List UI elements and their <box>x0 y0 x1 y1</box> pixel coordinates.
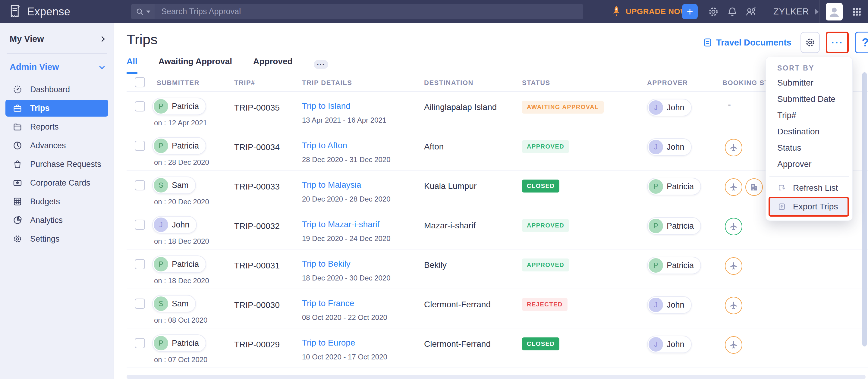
submitter-chip[interactable]: PPatricia <box>152 335 206 352</box>
approver-name: Patricia <box>667 261 694 270</box>
col-header-approver[interactable]: APPROVER <box>647 79 722 87</box>
avatar: P <box>154 257 168 272</box>
search-scope-button[interactable] <box>131 4 155 19</box>
org-switcher[interactable]: ZYLKER <box>773 0 818 23</box>
quick-add-button[interactable]: + <box>682 4 698 19</box>
menu-item-export-trips[interactable]: Export Trips <box>770 198 847 215</box>
menu-item-sort-submitter[interactable]: Submitter <box>766 75 852 91</box>
gear-icon <box>805 37 815 48</box>
tab-awaiting-approval[interactable]: Awaiting Approval <box>158 57 232 74</box>
destination: Bekily <box>424 249 522 289</box>
hotel-booking-icon[interactable] <box>745 178 763 196</box>
topbar-divider <box>113 0 113 23</box>
top-bar: Expense UPGRADE NOW + <box>0 0 868 23</box>
sidebar-item-dashboard[interactable]: Dashboard <box>5 81 108 98</box>
flight-booking-icon[interactable] <box>725 257 742 275</box>
upgrade-now-button[interactable]: UPGRADE NOW <box>611 0 688 23</box>
table-row: JJohn on : 18 Dec 2020 TRIP-00032 Trip t… <box>127 210 868 249</box>
flight-booking-icon[interactable] <box>725 178 742 196</box>
booking-status-empty: - <box>725 99 731 131</box>
sidebar-item-corporate-cards[interactable]: Corporate Cards <box>5 175 108 191</box>
flight-booking-icon[interactable] <box>725 336 742 354</box>
row-checkbox[interactable] <box>135 338 145 348</box>
submitter-chip[interactable]: SSam <box>152 177 196 194</box>
trip-link[interactable]: Trip to Mazar-i-sharif <box>302 220 379 229</box>
sidebar-item-reports[interactable]: Reports <box>5 118 108 135</box>
col-header-trip-details[interactable]: TRIP DETAILS <box>302 79 424 87</box>
approver-name: Patricia <box>667 221 694 231</box>
approver-chip[interactable]: PPatricia <box>647 217 701 235</box>
chevron-right-icon <box>99 36 104 41</box>
submitter-chip[interactable]: SSam <box>152 295 196 312</box>
more-options-button[interactable]: ··· <box>826 32 849 53</box>
sidebar-item-budgets[interactable]: Budgets <box>5 193 108 210</box>
sidebar-item-analytics[interactable]: Analytics <box>5 212 108 229</box>
horizontal-scrollbar[interactable] <box>127 375 866 379</box>
col-header-destination[interactable]: DESTINATION <box>424 79 522 87</box>
vertical-scrollbar[interactable] <box>862 72 867 346</box>
table-header: SUBMITTER TRIP# TRIP DETAILS DESTINATION… <box>127 74 868 92</box>
avatar: J <box>154 218 168 232</box>
travel-documents-link[interactable]: Travel Documents <box>703 37 792 48</box>
notifications-bell-icon[interactable] <box>727 0 738 23</box>
approver-chip[interactable]: JJohn <box>647 336 692 353</box>
sidebar-item-settings[interactable]: Settings <box>5 230 108 247</box>
trip-link[interactable]: Trip to Europe <box>302 338 355 347</box>
settings-icon[interactable] <box>708 0 719 23</box>
trip-link[interactable]: Trip to Afton <box>302 141 347 150</box>
approver-chip[interactable]: JJohn <box>647 99 692 116</box>
admin-view-toggle[interactable]: Admin View <box>5 54 108 72</box>
submitter-chip[interactable]: PPatricia <box>152 137 206 155</box>
menu-item-sort-destination[interactable]: Destination <box>766 124 852 140</box>
trip-link[interactable]: Trip to Island <box>302 101 350 110</box>
col-header-submitter[interactable]: SUBMITTER <box>152 79 234 87</box>
approver-chip[interactable]: PPatricia <box>647 178 701 195</box>
sidebar-item-advances[interactable]: Advances <box>5 137 108 154</box>
avatar: P <box>649 219 663 233</box>
sidebar-item-purchase-requests[interactable]: Purchase Requests <box>5 156 108 172</box>
menu-item-sort-submitted-date[interactable]: Submitted Date <box>766 91 852 107</box>
flight-booking-icon[interactable] <box>725 218 742 235</box>
submitter-chip[interactable]: PPatricia <box>152 98 206 115</box>
sidebar-item-label: Reports <box>30 122 59 132</box>
search-input[interactable] <box>155 7 583 16</box>
tab-all[interactable]: All <box>127 57 137 74</box>
approver-chip[interactable]: PPatricia <box>647 257 701 274</box>
menu-item-refresh-list[interactable]: Refresh List <box>766 180 852 196</box>
col-header-trip-number[interactable]: TRIP# <box>234 79 302 87</box>
help-button[interactable]: ? <box>855 32 868 53</box>
menu-item-sort-trip-number[interactable]: Trip# <box>766 107 852 124</box>
submitter-chip[interactable]: PPatricia <box>152 255 206 273</box>
view-settings-button[interactable] <box>801 32 820 53</box>
flight-booking-icon[interactable] <box>725 139 742 156</box>
app-logo[interactable]: Expense <box>9 0 70 23</box>
row-checkbox[interactable] <box>135 220 145 230</box>
trip-link[interactable]: Trip to France <box>302 298 354 308</box>
approver-chip[interactable]: JJohn <box>647 296 692 314</box>
avatar: S <box>154 178 168 192</box>
row-checkbox[interactable] <box>135 259 145 269</box>
row-checkbox[interactable] <box>135 101 145 112</box>
trip-link[interactable]: Trip to Bekily <box>302 259 350 269</box>
trip-number: TRIP-00031 <box>234 249 302 289</box>
trip-link[interactable]: Trip to Malaysia <box>302 180 361 189</box>
app-grid-icon[interactable] <box>852 0 862 23</box>
menu-item-sort-approver[interactable]: Approver <box>766 156 852 172</box>
submitter-chip[interactable]: JJohn <box>152 216 197 233</box>
more-tabs-button[interactable]: ··· <box>314 60 328 69</box>
tab-approved[interactable]: Approved <box>253 57 293 74</box>
select-all-checkbox[interactable] <box>135 77 145 87</box>
col-header-status[interactable]: STATUS <box>522 79 647 87</box>
users-icon[interactable] <box>744 0 757 23</box>
my-view-toggle[interactable]: My View <box>5 23 108 44</box>
sidebar-item-trips[interactable]: Trips <box>5 100 108 117</box>
row-checkbox[interactable] <box>135 180 145 190</box>
user-avatar[interactable] <box>826 3 843 21</box>
menu-item-sort-status[interactable]: Status <box>766 140 852 156</box>
flight-booking-icon[interactable] <box>725 297 742 314</box>
submitter-name: Patricia <box>172 102 199 111</box>
refresh-list-label: Refresh List <box>793 183 838 193</box>
row-checkbox[interactable] <box>135 298 145 309</box>
approver-chip[interactable]: JJohn <box>647 138 692 156</box>
row-checkbox[interactable] <box>135 141 145 151</box>
